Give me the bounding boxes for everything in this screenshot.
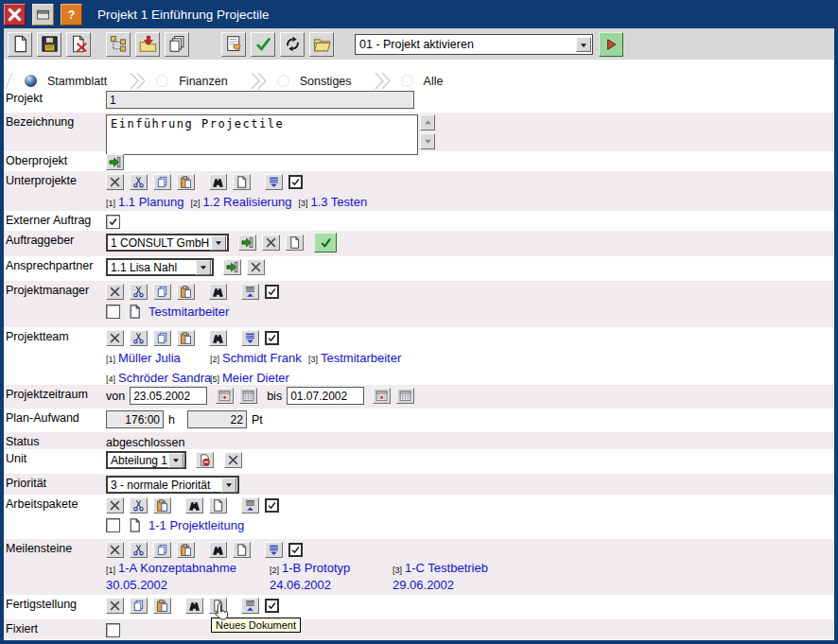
search-button[interactable]: [185, 497, 203, 513]
delete-button[interactable]: [106, 598, 124, 614]
paste-button[interactable]: [177, 174, 195, 190]
remove-doc-button[interactable]: [196, 452, 214, 468]
record-link[interactable]: Testmitarbeiter: [148, 305, 229, 319]
calendar-day-button[interactable]: [373, 388, 391, 404]
new-doc-button[interactable]: [233, 174, 251, 190]
select-all-checkbox[interactable]: [265, 331, 279, 345]
tab-alle[interactable]: Alle: [390, 73, 466, 89]
new-doc-button[interactable]: [209, 598, 227, 614]
delete-button[interactable]: [106, 284, 124, 300]
record-link[interactable]: 1.1 Planung: [118, 195, 183, 209]
select-all-checkbox[interactable]: [288, 175, 303, 189]
dropdown-arrow-button[interactable]: [576, 37, 591, 52]
paste-button[interactable]: [177, 542, 195, 558]
prioritaet-select[interactable]: 3 - normale Priorität: [106, 476, 239, 494]
record-link[interactable]: 1-B Prototyp: [282, 561, 350, 575]
record-link[interactable]: Schmidt Frank: [222, 351, 302, 365]
dropdown-arrow-button[interactable]: [221, 478, 236, 493]
copy-button[interactable]: [153, 330, 171, 346]
scroll-up-button[interactable]: [420, 114, 435, 131]
cut-button[interactable]: [130, 284, 148, 300]
collapse-list-button[interactable]: [241, 497, 259, 513]
date-link[interactable]: 29.06.2002: [393, 578, 454, 592]
dropdown-arrow-button[interactable]: [211, 235, 226, 251]
save-button[interactable]: [37, 32, 61, 57]
calendar-button[interactable]: [239, 388, 257, 404]
expand-list-button[interactable]: [241, 330, 259, 346]
delete-button[interactable]: [106, 174, 124, 190]
checkin-folder-button[interactable]: [135, 32, 160, 57]
delete-document-button[interactable]: [66, 32, 91, 57]
copy-button[interactable]: [130, 598, 148, 614]
bezeichnung-textarea[interactable]: [106, 114, 418, 155]
expand-list-button[interactable]: [265, 542, 283, 558]
confirm-green-button[interactable]: [314, 233, 337, 252]
tab-sonstiges[interactable]: Sonstiges: [266, 73, 375, 89]
new-doc-button[interactable]: [233, 542, 251, 558]
refresh-button[interactable]: [280, 32, 305, 57]
copy-button[interactable]: [153, 174, 171, 190]
close-button[interactable]: [4, 4, 26, 26]
paste-button[interactable]: [177, 330, 195, 346]
delete-button[interactable]: [106, 497, 124, 513]
checkbox[interactable]: [106, 518, 120, 532]
cut-button[interactable]: [130, 542, 148, 558]
delete-button[interactable]: [106, 542, 124, 558]
new-doc-button[interactable]: [209, 497, 227, 513]
collapse-list-button[interactable]: [241, 598, 259, 614]
action-select[interactable]: 01 - Projekt aktivieren: [355, 34, 593, 55]
calendar-button[interactable]: [396, 388, 414, 404]
paste-button[interactable]: [177, 284, 195, 300]
unit-select[interactable]: Abteilung 1: [106, 451, 186, 469]
date-link[interactable]: 24.06.2002: [270, 578, 331, 592]
externer-auftrag-checkbox[interactable]: [106, 215, 120, 229]
oberprojekt-goto-button[interactable]: [106, 154, 124, 170]
select-all-checkbox[interactable]: [265, 285, 279, 299]
select-all-checkbox[interactable]: [288, 543, 303, 557]
open-folder-button[interactable]: [309, 32, 334, 57]
delete-button[interactable]: [106, 330, 124, 346]
auftraggeber-select[interactable]: 1 CONSULT GmbH: [106, 234, 229, 252]
fixiert-checkbox[interactable]: [106, 623, 120, 637]
aufwand-pt-input[interactable]: [187, 410, 247, 428]
search-button[interactable]: [209, 284, 227, 300]
dropdown-arrow-button[interactable]: [168, 453, 183, 468]
dropdown-arrow-button[interactable]: [196, 260, 211, 275]
collapse-list-button[interactable]: [241, 284, 259, 300]
von-date-input[interactable]: [130, 387, 207, 405]
copy-button[interactable]: [153, 542, 171, 558]
paste-button[interactable]: [153, 497, 171, 513]
hierarchy-button[interactable]: [106, 32, 131, 57]
search-button[interactable]: [209, 542, 227, 558]
delete-button[interactable]: [247, 259, 265, 275]
tab-stammblatt[interactable]: Stammblatt: [13, 73, 130, 89]
select-all-checkbox[interactable]: [265, 599, 279, 613]
goto-button[interactable]: [223, 259, 241, 275]
cut-button[interactable]: [130, 174, 148, 190]
copy-documents-button[interactable]: [165, 32, 189, 57]
record-link[interactable]: Müller Julia: [118, 351, 181, 365]
delete-button[interactable]: [224, 452, 242, 468]
cut-button[interactable]: [130, 330, 148, 346]
cut-button[interactable]: [130, 497, 148, 513]
record-link[interactable]: 1.2 Realisierung: [202, 195, 291, 209]
search-button[interactable]: [209, 330, 227, 346]
record-link[interactable]: 1-C Testbetrieb: [405, 561, 488, 575]
window-button[interactable]: [32, 4, 54, 26]
scroll-down-button[interactable]: [420, 133, 435, 149]
confirm-button[interactable]: [251, 32, 275, 57]
projekt-input[interactable]: [106, 91, 414, 109]
new-doc-button[interactable]: [286, 235, 304, 251]
calendar-day-button[interactable]: [216, 388, 234, 404]
aufwand-stunden-input[interactable]: [106, 410, 164, 428]
run-action-button[interactable]: [599, 32, 623, 57]
paste-button[interactable]: [153, 598, 171, 614]
record-link[interactable]: Meier Dieter: [222, 371, 289, 385]
delete-button[interactable]: [262, 235, 280, 251]
record-link[interactable]: Testmitarbeiter: [321, 351, 401, 365]
search-button[interactable]: [185, 598, 203, 614]
edit-form-button[interactable]: [221, 32, 246, 57]
ansprechpartner-select[interactable]: 1.1 Lisa Nahl: [106, 258, 214, 276]
new-document-button[interactable]: [8, 32, 32, 57]
record-link[interactable]: 1.3 Testen: [310, 195, 367, 209]
